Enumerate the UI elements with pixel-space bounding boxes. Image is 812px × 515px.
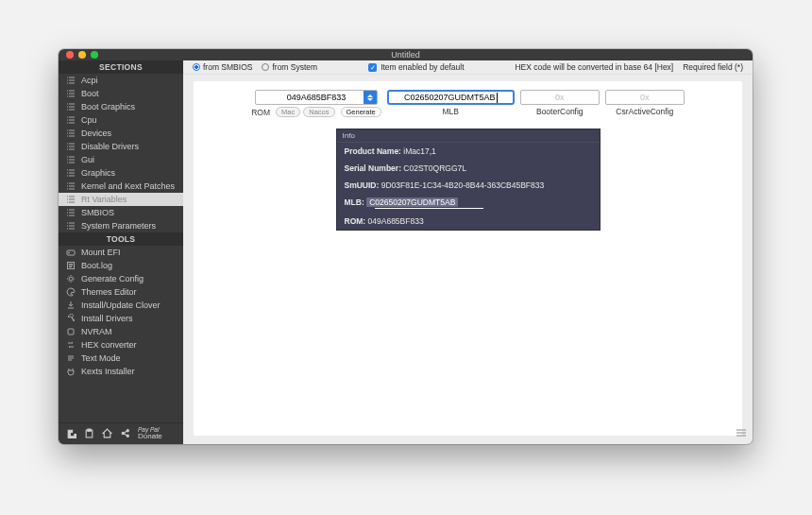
csractiveconfig-input[interactable]: 0x xyxy=(605,90,685,105)
close-icon[interactable] xyxy=(66,51,74,59)
list-icon xyxy=(66,102,76,112)
maximize-icon[interactable] xyxy=(91,51,98,59)
rom-input[interactable]: 049A685BF833 xyxy=(255,90,378,105)
sidebar-item-label: SMBIOS xyxy=(81,208,114,217)
svg-point-85 xyxy=(122,433,124,435)
radio-from-system[interactable]: from System xyxy=(262,62,317,72)
sidebar-item-label: Acpi xyxy=(81,76,98,85)
tool-install-update-clover[interactable]: Install/Update Clover xyxy=(59,299,183,312)
list-icon xyxy=(66,129,76,138)
tool-kexts-installer[interactable]: Kexts Installer xyxy=(59,365,183,378)
tool-mount-efi[interactable]: Mount EFI xyxy=(59,246,183,259)
list-icon xyxy=(66,208,76,217)
svg-point-73 xyxy=(68,252,69,253)
sidebar-item-devices[interactable]: Devices xyxy=(59,127,183,140)
mlb-label: MLB xyxy=(443,107,459,116)
donate-button[interactable]: Pay PalDonate xyxy=(138,427,162,440)
topbar: from SMBIOS from System ✓Item enabled by… xyxy=(183,60,753,75)
booterconfig-input[interactable]: 0x xyxy=(520,90,600,105)
sidebar-item-label: Boot xyxy=(81,89,99,98)
info-mlb: MLB: C02650207GUDMT5AB xyxy=(337,194,600,213)
list-icon xyxy=(66,221,76,231)
sidebar-item-label: Cpu xyxy=(81,115,97,125)
info-box: Info Product Name: iMac17,1 Serial Numbe… xyxy=(336,129,601,231)
info-product-name: Product Name: iMac17,1 xyxy=(337,143,600,160)
sidebar-item-acpi[interactable]: Acpi xyxy=(59,74,183,87)
radio-icon xyxy=(262,63,269,71)
sidebar-item-label: Install Drivers xyxy=(81,314,133,323)
info-smuuid: SmUUID: 9D03F81E-1C34-4B20-8B44-363CB45B… xyxy=(337,177,600,194)
minimize-icon[interactable] xyxy=(78,51,86,59)
check-icon: ✓ xyxy=(368,63,377,72)
sidebar-item-system-parameters[interactable]: System Parameters xyxy=(59,219,183,232)
csractiveconfig-label: CsrActiveConfig xyxy=(616,107,673,116)
gear-icon xyxy=(66,274,76,283)
info-header: Info xyxy=(337,129,600,143)
tool-install-drivers[interactable]: Install Drivers xyxy=(59,312,183,325)
clipboard-icon[interactable] xyxy=(84,428,94,438)
tool-nvram[interactable]: NVRAM xyxy=(59,325,183,338)
chevron-updown-icon[interactable] xyxy=(364,91,377,104)
checkbox-item-enabled[interactable]: ✓Item enabled by default xyxy=(368,62,464,72)
convert-icon xyxy=(66,340,76,350)
mac-button[interactable]: Mac xyxy=(276,107,300,117)
nacos-button[interactable]: Nacos xyxy=(303,107,334,117)
radio-from-smbios[interactable]: from SMBIOS xyxy=(193,62,252,72)
rom-label: ROM xyxy=(251,108,270,117)
tool-boot-log[interactable]: Boot.log xyxy=(59,259,183,272)
sidebar-item-gui[interactable]: Gui xyxy=(59,153,183,166)
sidebar-item-label: Boot.log xyxy=(81,261,112,270)
sidebar-item-cpu[interactable]: Cpu xyxy=(59,113,183,127)
svg-rect-84 xyxy=(88,430,91,432)
sidebar-item-label: Mount EFI xyxy=(81,248,121,257)
list-icon xyxy=(66,115,76,125)
sidebar-item-disable-drivers[interactable]: Disable Drivers xyxy=(59,140,183,153)
sidebar-item-label: Gui xyxy=(81,155,94,164)
tool-hex-converter[interactable]: HEX converter xyxy=(59,338,183,352)
hex-note: HEX code will be converted in base 64 [H… xyxy=(515,62,673,72)
info-rom: ROM: 049A685BF833 xyxy=(337,213,600,230)
list-icon xyxy=(66,195,76,204)
tool-themes-editor[interactable]: Themes Editor xyxy=(59,285,183,299)
main-panel: from SMBIOS from System ✓Item enabled by… xyxy=(183,60,753,444)
mlb-input[interactable]: C02650207GUDMT5AB xyxy=(387,90,515,105)
sidebar-item-boot-graphics[interactable]: Boot Graphics xyxy=(59,100,183,113)
sidebar-item-kernel-kext[interactable]: Kernel and Kext Patches xyxy=(59,180,183,193)
sidebar-item-graphics[interactable]: Graphics xyxy=(59,166,183,180)
tool-text-mode[interactable]: Text Mode xyxy=(59,352,183,365)
sidebar-item-label: HEX converter xyxy=(81,340,137,350)
list-icon xyxy=(66,155,76,164)
sidebar-item-boot[interactable]: Boot xyxy=(59,87,183,100)
booterconfig-label: BooterConfig xyxy=(536,107,584,116)
sidebar-tools-header: TOOLS xyxy=(59,232,183,246)
sidebar-item-smbios[interactable]: SMBIOS xyxy=(59,206,183,219)
list-icon xyxy=(66,89,76,98)
sidebar-item-label: Kernel and Kext Patches xyxy=(81,181,175,191)
text-icon xyxy=(66,353,76,363)
sidebar-sections-header: SECTIONS xyxy=(59,60,183,74)
sidebar-footer: Pay PalDonate xyxy=(59,422,183,444)
list-icon xyxy=(66,168,76,178)
required-note: Required field (*) xyxy=(683,62,743,72)
sidebar-item-label: Boot Graphics xyxy=(81,102,135,112)
list-icon xyxy=(66,76,76,85)
home-icon[interactable] xyxy=(102,428,112,438)
titlebar: Untitled xyxy=(59,49,753,60)
sidebar-item-label: System Parameters xyxy=(81,221,156,231)
share-icon[interactable] xyxy=(120,428,130,438)
info-serial: Serial Number: C02ST0QRGG7L xyxy=(337,160,600,177)
window-controls xyxy=(59,51,98,59)
export-icon[interactable] xyxy=(66,428,76,438)
generate-button[interactable]: Generate xyxy=(341,107,381,117)
underline xyxy=(375,208,483,209)
sidebar-item-label: Devices xyxy=(81,129,111,138)
svg-rect-79 xyxy=(68,329,74,335)
sidebar-item-label: Generate Config xyxy=(81,274,144,283)
log-icon xyxy=(66,261,76,270)
sidebar-item-rt-variables[interactable]: Rt Variables xyxy=(59,193,183,206)
sidebar: SECTIONS Acpi Boot Boot Graphics Cpu Dev… xyxy=(59,60,183,444)
menu-icon[interactable] xyxy=(736,424,747,441)
sidebar-item-label: Install/Update Clover xyxy=(81,300,161,310)
plug-icon xyxy=(66,367,76,376)
tool-generate-config[interactable]: Generate Config xyxy=(59,272,183,285)
